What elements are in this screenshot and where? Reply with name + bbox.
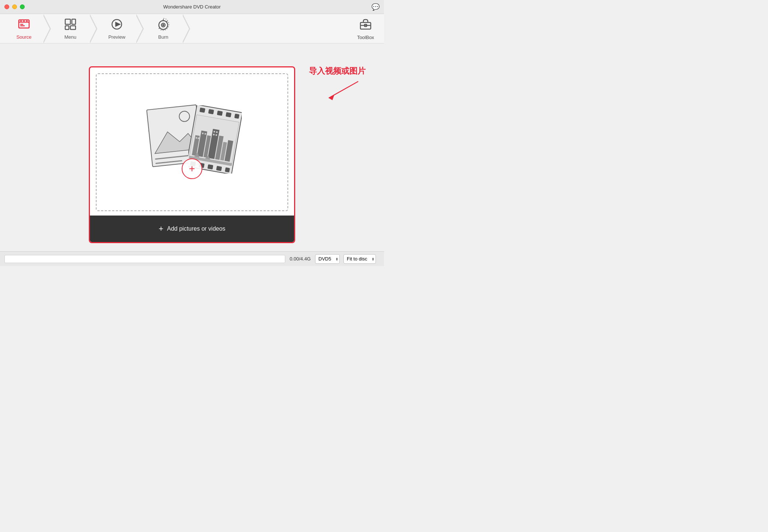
svg-rect-46 xyxy=(205,133,206,135)
nav-item-source[interactable]: Source xyxy=(4,14,44,43)
svg-marker-55 xyxy=(329,95,334,100)
svg-rect-7 xyxy=(65,19,70,24)
svg-rect-25 xyxy=(199,108,205,113)
nav-item-preview[interactable]: Preview xyxy=(97,14,137,43)
toolbox-button[interactable]: ToolBox xyxy=(351,17,380,40)
drop-zone[interactable]: + + xyxy=(89,66,295,243)
annotation-text: 导入视频或图片 xyxy=(309,66,366,77)
nav-separator-3 xyxy=(136,14,144,43)
minimize-button[interactable] xyxy=(12,4,17,9)
toolbox-label: ToolBox xyxy=(357,35,374,40)
close-button[interactable] xyxy=(4,4,9,9)
maximize-button[interactable] xyxy=(20,4,25,9)
burn-icon xyxy=(157,18,170,33)
add-bar-plus-icon: + xyxy=(158,224,163,234)
fit-option-wrapper[interactable]: Fit to disc Don't fit Custom xyxy=(343,254,376,264)
disc-size-label: 0.00/4.4G xyxy=(290,256,311,262)
svg-rect-43 xyxy=(196,137,198,139)
preview-label: Preview xyxy=(108,34,125,40)
svg-rect-29 xyxy=(234,113,240,119)
svg-rect-49 xyxy=(213,134,215,136)
title-bar-right: 💬 xyxy=(371,3,380,11)
svg-rect-33 xyxy=(216,166,222,171)
add-pictures-bar[interactable]: + Add pictures or videos xyxy=(90,216,294,242)
disc-type-wrapper[interactable]: DVD5 DVD9 xyxy=(315,254,340,264)
app-title: Wondershare DVD Creator xyxy=(163,4,221,10)
source-label: Source xyxy=(16,34,31,40)
main-content: + + xyxy=(0,43,384,266)
svg-rect-8 xyxy=(72,19,76,24)
progress-bar xyxy=(4,255,285,263)
media-illustration: + + xyxy=(140,98,244,186)
preview-icon xyxy=(110,18,123,33)
svg-rect-45 xyxy=(202,133,204,134)
add-bar-text: Add pictures or videos xyxy=(167,225,225,232)
toolbar: Source Menu Pr xyxy=(0,14,384,43)
chat-icon[interactable]: 💬 xyxy=(371,3,380,11)
status-bar: 0.00/4.4G DVD5 DVD9 Fit to disc Don't fi… xyxy=(0,251,384,266)
svg-marker-12 xyxy=(116,22,120,26)
nav-item-menu[interactable]: Menu xyxy=(50,14,91,43)
drop-zone-inner: + + xyxy=(96,73,288,211)
source-icon xyxy=(17,18,31,33)
window-controls xyxy=(4,4,25,9)
nav-item-burn[interactable]: Burn xyxy=(143,14,184,43)
disc-type-select[interactable]: DVD5 DVD9 xyxy=(315,254,340,264)
svg-rect-50 xyxy=(216,134,217,136)
svg-rect-47 xyxy=(213,131,215,133)
annotation: 导入视频或图片 xyxy=(309,66,366,102)
svg-rect-9 xyxy=(65,26,69,29)
svg-rect-34 xyxy=(225,167,230,172)
svg-line-54 xyxy=(329,81,358,98)
svg-point-15 xyxy=(163,24,164,25)
toolbox-icon xyxy=(359,17,372,33)
menu-label: Menu xyxy=(64,34,77,40)
svg-rect-26 xyxy=(208,109,214,114)
add-media-circle[interactable]: + xyxy=(182,158,202,179)
svg-rect-27 xyxy=(217,111,223,116)
svg-rect-44 xyxy=(198,137,199,139)
nav-bar: Source Menu Pr xyxy=(4,14,189,43)
nav-separator-4 xyxy=(183,14,190,43)
annotation-arrow xyxy=(309,80,366,102)
title-bar: Wondershare DVD Creator 💬 xyxy=(0,0,384,14)
nav-separator-1 xyxy=(43,14,51,43)
svg-rect-28 xyxy=(226,112,231,117)
burn-label: Burn xyxy=(158,34,168,40)
svg-rect-10 xyxy=(70,26,76,29)
svg-rect-32 xyxy=(207,164,213,169)
nav-separator-2 xyxy=(90,14,97,43)
fit-option-select[interactable]: Fit to disc Don't fit Custom xyxy=(343,254,376,264)
svg-rect-48 xyxy=(216,131,218,133)
menu-icon xyxy=(64,18,77,33)
